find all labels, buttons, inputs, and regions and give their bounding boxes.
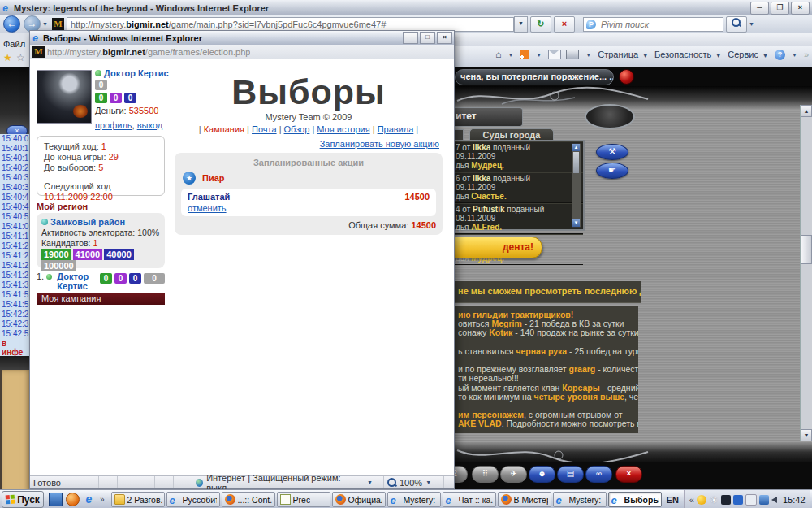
menu-overview[interactable]: Обзор xyxy=(284,124,310,134)
restore-button[interactable]: ❐ xyxy=(771,2,789,15)
court-case-item[interactable]: 7 от likka поданный 09.11.2009 дья Мудре… xyxy=(453,141,583,172)
cancel-action-link[interactable]: отменить xyxy=(188,203,227,213)
show-desktop-icon[interactable] xyxy=(49,493,63,506)
favorites-bar-icon[interactable]: ☆ xyxy=(16,52,25,63)
address-input[interactable]: http://mystery.bigmir.net/game/main.php?… xyxy=(67,17,514,32)
court-case-item[interactable]: 6 от likka поданный 09.11.2009 дья Счаст… xyxy=(453,172,583,203)
safety-menu[interactable]: Безопасность ▼ xyxy=(654,50,723,59)
scroll-up-icon[interactable]: ▲ xyxy=(572,144,580,151)
clock: 15:42 xyxy=(783,495,806,505)
taskbar-button[interactable]: 2 Разгов... xyxy=(111,492,165,507)
taskbar-button[interactable]: ...:: Cont... xyxy=(222,492,275,507)
search-options-icon[interactable]: ▼ xyxy=(749,21,754,27)
president-election-button[interactable]: дента! xyxy=(453,237,542,258)
back-button[interactable]: ← xyxy=(3,15,20,33)
taskbar-button[interactable]: Mystery: ... xyxy=(387,492,441,507)
start-button[interactable]: Пуск xyxy=(2,491,44,508)
taskbar-button[interactable]: В Мистер... xyxy=(498,492,551,507)
stop-button[interactable]: × xyxy=(554,16,575,33)
print-icon[interactable] xyxy=(566,50,579,59)
overflow-chevron-icon[interactable]: » xyxy=(804,50,809,59)
game-links-button[interactable]: ∞ xyxy=(585,466,612,483)
maximize-button[interactable]: □ xyxy=(420,32,435,44)
icq-duck-icon[interactable] xyxy=(697,495,706,505)
chat-input-panel[interactable] xyxy=(0,370,29,489)
taskbar-button[interactable]: Prec xyxy=(277,492,330,507)
court-case-item[interactable]: 4 от Pufustik поданный 08.11.2009 дья AL… xyxy=(453,203,583,234)
courts-scrollbar[interactable]: ▲ ▼ xyxy=(572,143,581,228)
file-menu[interactable]: Файл xyxy=(0,39,29,50)
game-nav-button-cut[interactable]: 2 xyxy=(453,466,468,483)
page-menu[interactable]: Страница ▼ xyxy=(598,50,650,59)
taskbar-button[interactable]: Выборы... xyxy=(608,492,662,507)
snowflake-icon[interactable]: ✳ xyxy=(709,495,719,505)
tray-chevron-icon[interactable]: « xyxy=(689,495,694,505)
menu-campaign[interactable]: Кампания xyxy=(204,124,244,134)
popup-titlebar[interactable]: e Выборы - Windows Internet Explorer ─ □… xyxy=(30,31,454,46)
duel-status-icon[interactable] xyxy=(619,69,634,85)
protected-mode-cell[interactable]: ▼ xyxy=(356,476,384,488)
history-dropdown-icon[interactable]: ▼ xyxy=(42,21,48,27)
game-chat-button[interactable]: ⠿ xyxy=(472,466,499,483)
my-region-link[interactable]: Мой регион xyxy=(37,202,88,211)
taskbar-button[interactable]: Руссобит... xyxy=(166,492,220,507)
feed-icon[interactable] xyxy=(520,50,529,59)
minimize-button[interactable]: ─ xyxy=(750,2,769,15)
game-exit-button[interactable]: × xyxy=(615,466,642,483)
zoom-control[interactable]: 100%▼ xyxy=(384,476,444,488)
media-player-icon[interactable] xyxy=(66,493,80,506)
game-duel-button[interactable]: ☻ xyxy=(529,466,555,483)
scroll-down-icon[interactable]: ▼ xyxy=(801,429,812,441)
help-dropdown-icon[interactable]: ▼ xyxy=(792,52,797,58)
home-icon[interactable]: ⌂ xyxy=(495,49,501,60)
address-dropdown-button[interactable]: ▼ xyxy=(514,16,528,33)
player-name[interactable]: Доктор Кертис xyxy=(95,68,169,78)
profile-link[interactable]: профиль xyxy=(95,120,132,130)
print-dropdown-icon[interactable]: ▼ xyxy=(585,52,591,58)
tools-menu[interactable]: Сервис ▼ xyxy=(728,50,770,59)
my-campaign-header[interactable]: Моя кампания xyxy=(37,293,165,305)
taskbar-button[interactable]: Mystery: ... xyxy=(553,492,607,507)
menu-mail[interactable]: Почта xyxy=(252,124,277,134)
scroll-down-icon[interactable]: ▼ xyxy=(572,219,580,227)
blue-app-tray-icon[interactable] xyxy=(733,495,743,505)
refresh-button[interactable]: ↻ xyxy=(530,16,551,33)
close-button[interactable]: × xyxy=(791,2,810,15)
help-icon[interactable]: ? xyxy=(775,50,785,60)
taskbar-button[interactable]: Чат :: ка... xyxy=(443,492,496,507)
game-inventory-button[interactable]: ▤ xyxy=(557,466,584,483)
network-tray-icon[interactable] xyxy=(759,495,769,505)
taskbar-button[interactable]: Официал... xyxy=(332,492,386,507)
court-action-button[interactable]: ⚒ xyxy=(596,144,628,160)
minimize-button[interactable]: ─ xyxy=(403,32,418,44)
search-input[interactable] xyxy=(599,19,708,30)
address-text[interactable]: http://mystery.bigmir.net/game/frames/el… xyxy=(47,47,250,57)
ie-launch-icon[interactable]: e xyxy=(83,493,95,506)
quick-launch-chevron-icon[interactable]: » xyxy=(100,495,105,504)
dark-app-tray-icon[interactable] xyxy=(721,495,731,505)
language-indicator[interactable]: EN xyxy=(667,495,679,505)
panel-header: Запланированные акции xyxy=(181,158,436,167)
mail-icon[interactable] xyxy=(548,50,561,59)
vote-action-button[interactable]: ☛ xyxy=(596,163,628,179)
resize-grip[interactable] xyxy=(444,476,454,488)
game-travel-button[interactable]: ✈ xyxy=(500,466,527,483)
volume-icon[interactable] xyxy=(771,497,777,503)
feed-dropdown-icon[interactable]: ▼ xyxy=(536,52,542,58)
plan-new-action-link[interactable]: Запланировать новую акцию xyxy=(320,139,439,149)
search-box[interactable]: P xyxy=(583,17,723,32)
logout-link[interactable]: выход xyxy=(137,120,162,130)
page-scroll-thumb[interactable] xyxy=(801,235,812,264)
search-go-button[interactable] xyxy=(726,16,747,33)
page-scrollbar[interactable]: ▲ ▼ xyxy=(800,105,812,441)
scroll-up-icon[interactable]: ▲ xyxy=(801,105,812,117)
favorites-star-icon[interactable]: ★ xyxy=(3,52,12,63)
courts-scroll-thumb[interactable] xyxy=(573,152,579,173)
phone-tray-icon[interactable] xyxy=(745,494,757,506)
menu-rules[interactable]: Правила xyxy=(378,124,414,134)
close-button[interactable]: × xyxy=(437,32,452,44)
menu-history[interactable]: Моя история xyxy=(317,124,369,134)
candidate-name-link[interactable]: Доктор Кертис xyxy=(57,271,104,291)
region-name[interactable]: Замковый район xyxy=(50,217,125,227)
home-dropdown-icon[interactable]: ▼ xyxy=(508,52,513,58)
